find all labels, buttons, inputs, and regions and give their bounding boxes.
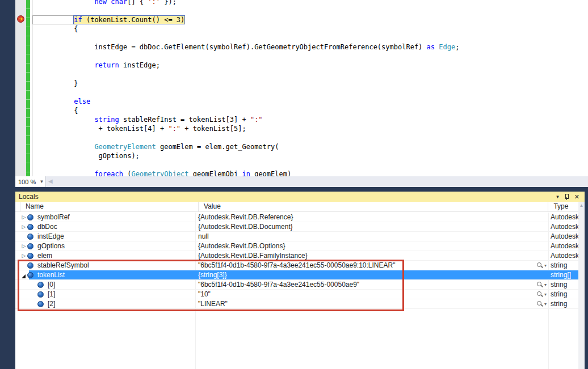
- variable-value[interactable]: "6bc5f1f4-0d1b-4580-9f7a-4a3ee241ec55-00…: [198, 281, 359, 289]
- magnifier-dropdown-icon[interactable]: ▾: [544, 263, 547, 268]
- magnifier-dropdown-icon[interactable]: ▾: [544, 292, 547, 297]
- code-token: geomElem = elem.get_Geometry(: [156, 143, 279, 151]
- code-line[interactable]: if (tokenList.Count() <= 3): [33, 15, 588, 24]
- magnifier-icon[interactable]: [536, 300, 543, 307]
- variable-row[interactable]: ▷elem{Autodesk.Revit.DB.FamilyInstance}A…: [15, 251, 578, 261]
- magnifier-icon[interactable]: [536, 262, 543, 269]
- value-visualizer: ▾: [536, 291, 547, 298]
- code-editor[interactable]: ➔ new char[] { ':' }); if (tokenList.Cou…: [15, 0, 588, 176]
- close-icon[interactable]: ✕: [574, 194, 579, 200]
- variable-row[interactable]: stableRefSymbol"6bc5f1f4-0d1b-4580-9f7a-…: [15, 261, 578, 270]
- expander-expanded-icon[interactable]: [22, 274, 26, 278]
- column-header-name[interactable]: Name: [20, 202, 199, 211]
- variable-value[interactable]: null: [198, 232, 209, 240]
- variable-value[interactable]: "6bc5f1f4-0d1b-4580-9f7a-4a3ee241ec55-00…: [198, 261, 395, 269]
- window-position-icon[interactable]: ▾: [556, 194, 559, 200]
- magnifier-dropdown-icon[interactable]: ▾: [544, 282, 547, 287]
- variable-value[interactable]: {Autodesk.Revit.DB.Reference}: [198, 213, 293, 221]
- variable-value[interactable]: "10": [198, 290, 211, 298]
- code-token: + tokenList[4] +: [33, 125, 168, 133]
- value-visualizer: ▾: [536, 262, 547, 269]
- code-token: char: [111, 0, 127, 6]
- code-line[interactable]: string stableRefInst = tokenList[3] + ":…: [33, 115, 588, 124]
- code-line[interactable]: [33, 33, 588, 43]
- code-line[interactable]: [33, 133, 588, 142]
- variable-row[interactable]: [2]"LINEAR"▾string: [15, 299, 578, 309]
- breakpoint-gutter[interactable]: [15, 0, 26, 176]
- variable-value[interactable]: {Autodesk.Revit.DB.Options}: [198, 242, 285, 250]
- code-token: geomElemObj: [189, 170, 242, 176]
- code-token: GeometryObject: [131, 170, 188, 176]
- breakpoint-current-statement-icon[interactable]: ➔: [17, 15, 24, 23]
- variable-row[interactable]: tokenList{string[3]}string[]: [15, 270, 578, 280]
- variable-row[interactable]: [0]"6bc5f1f4-0d1b-4580-9f7a-4a3ee241ec55…: [15, 280, 578, 290]
- code-line[interactable]: gOptions);: [33, 151, 588, 160]
- variable-icon: [27, 224, 33, 230]
- variable-row[interactable]: ▷symbolRef{Autodesk.Revit.DB.Reference}A…: [15, 213, 578, 222]
- scroll-up-arrow-icon[interactable]: ▲: [578, 203, 585, 208]
- name-cell: instEdge: [15, 232, 195, 241]
- code-line[interactable]: [33, 88, 588, 97]
- scroll-left-arrow-icon[interactable]: ◀: [48, 178, 53, 184]
- code-line[interactable]: [33, 6, 588, 15]
- variable-name: [1]: [48, 290, 55, 298]
- code-line[interactable]: {: [33, 24, 588, 33]
- window-splitter[interactable]: [0, 187, 588, 192]
- code-line[interactable]: }: [33, 79, 588, 88]
- column-header-type[interactable]: Type: [548, 202, 578, 211]
- type-cell: string: [548, 280, 578, 289]
- code-line[interactable]: [33, 160, 588, 169]
- magnifier-icon[interactable]: [536, 281, 543, 288]
- code-line[interactable]: + tokenList[4] + ":" + tokenList[5];: [33, 124, 588, 133]
- variable-icon: [37, 291, 44, 298]
- value-cell: {Autodesk.Revit.DB.Reference}: [195, 213, 548, 222]
- expander-collapsed-icon[interactable]: ▷: [20, 251, 27, 260]
- variable-row[interactable]: instEdgenullAutodesk.Revit.DB.Edge: [15, 232, 578, 241]
- name-cell: ▷gOptions: [15, 241, 195, 251]
- variable-type: Autodesk.Revit.DB.Options: [551, 242, 578, 250]
- locals-titlebar[interactable]: Locals ▾✕: [15, 192, 585, 202]
- variable-value[interactable]: {Autodesk.Revit.DB.Document}: [198, 223, 293, 231]
- variable-name: stableRefSymbol: [37, 261, 89, 269]
- expander-collapsed-icon[interactable]: ▷: [20, 241, 27, 251]
- code-token: ':': [148, 0, 160, 6]
- code-token: new: [94, 0, 107, 6]
- code-line[interactable]: foreach (GeometryObject geomElemObj in g…: [33, 169, 588, 176]
- value-cell: null: [195, 232, 548, 241]
- variable-value[interactable]: "LINEAR": [198, 300, 228, 308]
- variable-row[interactable]: ▷dbDoc{Autodesk.Revit.DB.Document}Autode…: [15, 222, 578, 232]
- variable-name: gOptions: [37, 242, 65, 250]
- code-line[interactable]: {: [33, 106, 588, 115]
- variable-row[interactable]: [1]"10"▾string: [15, 290, 578, 299]
- code-line[interactable]: return instEdge;: [33, 61, 588, 70]
- code-line[interactable]: GeometryElement geomElem = elem.get_Geom…: [33, 142, 588, 151]
- name-cell: [2]: [15, 299, 195, 308]
- variable-value[interactable]: {string[3]}: [198, 271, 227, 279]
- locals-grid-header[interactable]: Name Value Type: [15, 202, 578, 212]
- variable-row[interactable]: ▷gOptions{Autodesk.Revit.DB.Options}Auto…: [15, 241, 578, 251]
- variable-icon: [27, 253, 33, 259]
- variable-icon: [27, 262, 33, 269]
- locals-vertical-scrollbar[interactable]: ▲: [578, 202, 585, 369]
- code-line[interactable]: instEdge = dbDoc.GetElement(symbolRef).G…: [33, 43, 588, 52]
- variable-icon: [27, 243, 33, 249]
- expander-collapsed-icon[interactable]: ▷: [20, 222, 27, 231]
- current-line-box: [33, 16, 74, 24]
- code-line[interactable]: else: [33, 97, 588, 106]
- code-token: ;: [455, 43, 459, 51]
- locals-panel: Locals ▾✕ Name Value Type ▷symbolRef{Aut…: [15, 192, 585, 369]
- magnifier-icon[interactable]: [536, 291, 543, 298]
- code-area[interactable]: new char[] { ':' }); if (tokenList.Count…: [33, 0, 588, 176]
- code-line[interactable]: [33, 52, 588, 61]
- value-cell: "10"▾: [195, 290, 548, 299]
- column-header-value[interactable]: Value: [199, 202, 548, 211]
- code-line[interactable]: new char[] { ':' });: [33, 0, 588, 6]
- pin-icon[interactable]: [564, 194, 569, 200]
- magnifier-dropdown-icon[interactable]: ▾: [544, 302, 547, 307]
- expander-collapsed-icon[interactable]: ▷: [20, 213, 27, 222]
- value-visualizer: ▾: [536, 281, 547, 288]
- editor-horizontal-scrollbar[interactable]: 100 % ▼ ◀: [15, 176, 588, 187]
- editor-zoom-select[interactable]: 100 % ▼: [15, 176, 46, 187]
- code-line[interactable]: [33, 70, 588, 79]
- variable-value[interactable]: {Autodesk.Revit.DB.FamilyInstance}: [198, 252, 308, 260]
